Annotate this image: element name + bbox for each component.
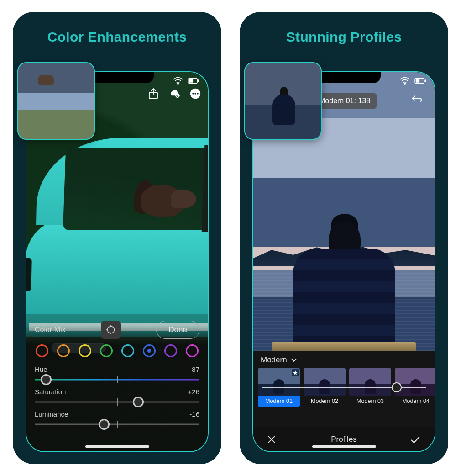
done-button[interactable]: Done: [156, 321, 199, 339]
svg-rect-3: [198, 79, 199, 82]
color-swatch-2[interactable]: [79, 344, 91, 357]
target-adjust-button[interactable]: [101, 321, 121, 339]
card-headline: Stunning Profiles: [240, 29, 448, 45]
svg-point-10: [107, 327, 114, 333]
svg-point-8: [194, 93, 196, 94]
profile-intensity-slider[interactable]: [262, 383, 426, 392]
undo-icon[interactable]: [412, 93, 425, 103]
card-color-enhancements: Color Enhancements: [13, 12, 221, 464]
profiles-panel: Modern Modern 01Modern 02Modern 03Modern…: [253, 351, 435, 451]
home-indicator[interactable]: [312, 445, 376, 448]
color-mix-panel: Color Mix Done Hue -87 Saturation: [26, 314, 208, 451]
color-swatch-5[interactable]: [143, 344, 156, 357]
panel-title: Color Mix: [35, 326, 66, 334]
status-bar: [399, 75, 426, 87]
favorite-star-icon: [292, 369, 299, 376]
more-icon[interactable]: [189, 88, 201, 100]
svg-point-7: [192, 93, 194, 94]
color-swatch-1[interactable]: [57, 344, 70, 357]
color-swatch-0[interactable]: [36, 344, 48, 357]
hue-value: -87: [189, 365, 199, 373]
svg-point-9: [197, 93, 198, 94]
confirm-button[interactable]: [406, 431, 424, 448]
saturation-slider[interactable]: [35, 397, 199, 407]
top-toolbar: [147, 88, 201, 100]
battery-icon: [414, 75, 426, 87]
saturation-value: +26: [188, 388, 199, 396]
cancel-button[interactable]: [263, 431, 280, 448]
profile-category-dropdown[interactable]: Modern: [253, 351, 435, 368]
status-bar: [172, 75, 199, 87]
profile-thumb-label: Modern 03: [349, 396, 391, 407]
luminance-label: Luminance: [35, 410, 68, 418]
card-stunning-profiles: Stunning Profiles Modern 01: 138: [240, 12, 448, 464]
profile-category-label: Modern: [261, 355, 287, 365]
color-swatches: [36, 344, 199, 357]
battery-icon: [188, 75, 199, 87]
before-thumbnail: [17, 62, 95, 140]
app-store-screenshots: Color Enhancements: [0, 0, 461, 476]
color-swatch-6[interactable]: [164, 344, 177, 357]
before-thumbnail: [244, 62, 322, 140]
saturation-label: Saturation: [35, 388, 66, 396]
svg-rect-2: [189, 79, 193, 82]
wifi-icon: [172, 75, 184, 87]
svg-point-11: [404, 83, 405, 84]
wifi-icon: [399, 75, 411, 87]
luminance-value: -16: [189, 410, 199, 418]
color-swatch-3[interactable]: [100, 344, 113, 357]
profile-toast: Modern 01: 138: [313, 93, 377, 109]
cloud-sync-icon[interactable]: [168, 88, 180, 100]
color-swatch-7[interactable]: [186, 344, 199, 357]
home-indicator[interactable]: [85, 445, 149, 448]
luminance-slider[interactable]: [35, 419, 199, 430]
hue-slider[interactable]: [35, 374, 199, 385]
svg-rect-13: [416, 79, 419, 82]
hue-label: Hue: [35, 365, 47, 373]
card-headline: Color Enhancements: [13, 29, 221, 45]
profile-thumb-label: Modern 02: [304, 396, 346, 407]
share-icon[interactable]: [147, 88, 159, 100]
color-swatch-4[interactable]: [121, 344, 134, 357]
profile-thumb-label: Modern 01: [258, 396, 300, 407]
svg-rect-14: [424, 79, 426, 82]
svg-point-0: [178, 83, 178, 84]
chevron-down-icon: [291, 358, 297, 362]
profile-thumb-label: Modern 04: [395, 396, 435, 407]
